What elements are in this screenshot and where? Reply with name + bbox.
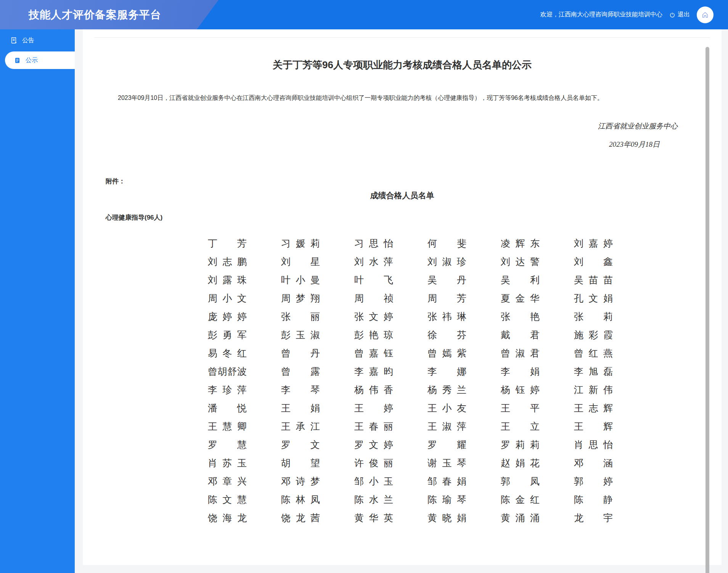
person-name: 刘星 bbox=[281, 252, 320, 271]
notice-body: 2023年09月10日，江西省就业创业服务中心在江西南大心理咨询师职业技能培训中… bbox=[106, 93, 699, 103]
scrollbar-thumb[interactable] bbox=[706, 47, 709, 573]
issue-date: 2023年09月18日 bbox=[106, 140, 660, 149]
app-title: 技能人才评价备案服务平台 bbox=[29, 8, 161, 22]
person-name: 王辉 bbox=[574, 417, 613, 435]
person-name: 饶海龙 bbox=[208, 509, 247, 527]
home-icon bbox=[701, 11, 709, 19]
person-name: 王承江 bbox=[281, 417, 320, 435]
horizontal-divider bbox=[94, 37, 710, 38]
person-name: 李旭磊 bbox=[574, 362, 613, 380]
person-name: 罗耀 bbox=[427, 435, 466, 454]
person-name: 叶小曼 bbox=[281, 271, 320, 289]
person-name: 李娟 bbox=[501, 362, 540, 380]
person-name: 施彩霞 bbox=[574, 326, 613, 344]
person-name: 邓涵 bbox=[574, 454, 613, 472]
person-name: 王小友 bbox=[427, 399, 466, 417]
person-name: 曾淑君 bbox=[501, 344, 540, 362]
person-name: 黄晓娟 bbox=[427, 509, 466, 527]
person-name: 李娜 bbox=[427, 362, 466, 380]
person-name: 曾红燕 bbox=[574, 344, 613, 362]
person-name: 陈静 bbox=[574, 490, 613, 509]
person-name: 曾露 bbox=[281, 362, 320, 380]
person-name: 吴利 bbox=[501, 271, 540, 289]
person-name: 江新伟 bbox=[574, 380, 613, 399]
notice-document: 关于丁芳等96人专项职业能力考核成绩合格人员名单的公示 2023年09月10日，… bbox=[83, 58, 722, 527]
person-name: 刘水萍 bbox=[354, 252, 393, 271]
header-right: 欢迎，江西南大心理咨询师职业技能培训中心 退出 bbox=[540, 0, 714, 29]
document-icon bbox=[14, 57, 21, 64]
attachment-label: 附件： bbox=[106, 177, 699, 186]
person-name: 郭婷 bbox=[574, 472, 613, 490]
person-name: 习思怡 bbox=[354, 234, 393, 252]
person-name: 李珍萍 bbox=[208, 380, 247, 399]
announcement-icon bbox=[10, 37, 17, 44]
person-name: 彭勇军 bbox=[208, 326, 247, 344]
person-name: 杨钰婷 bbox=[501, 380, 540, 399]
person-name: 龙宇 bbox=[574, 509, 613, 527]
person-name: 叶飞 bbox=[354, 271, 393, 289]
content-area: ← 返回 关于丁芳等96人专项职业能力考核成绩合格人员名单的公示 2023年09… bbox=[75, 0, 728, 565]
person-name: 王淑萍 bbox=[427, 417, 466, 435]
person-name: 胡望 bbox=[281, 454, 320, 472]
person-name: 王志辉 bbox=[574, 399, 613, 417]
person-name: 饶龙茜 bbox=[281, 509, 320, 527]
person-name: 刘鑫 bbox=[574, 252, 613, 271]
person-name: 张祎琳 bbox=[427, 307, 466, 326]
home-button[interactable] bbox=[697, 6, 714, 23]
person-name: 罗文 bbox=[281, 435, 320, 454]
person-name: 张文婷 bbox=[354, 307, 393, 326]
person-name: 刘淑珍 bbox=[427, 252, 466, 271]
person-name: 丁芳 bbox=[208, 234, 247, 252]
person-name: 黄华英 bbox=[354, 509, 393, 527]
person-name: 陈金红 bbox=[501, 490, 540, 509]
category-label: 心理健康指导(96人) bbox=[106, 213, 699, 222]
logout-button[interactable]: 退出 bbox=[669, 11, 690, 19]
person-name: 陈林凤 bbox=[281, 490, 320, 509]
person-name: 彭玉淑 bbox=[281, 326, 320, 344]
person-name: 李嘉昀 bbox=[354, 362, 393, 380]
person-name: 王慧卿 bbox=[208, 417, 247, 435]
person-name: 刘达警 bbox=[501, 252, 540, 271]
person-name: 徐芬 bbox=[427, 326, 466, 344]
person-name: 王婷 bbox=[354, 399, 393, 417]
signature-block: 江西省就业创业服务中心 2023年09月18日 bbox=[106, 121, 699, 149]
person-name: 肖苏玉 bbox=[208, 454, 247, 472]
person-name: 罗莉莉 bbox=[501, 435, 540, 454]
person-name: 吴丹 bbox=[427, 271, 466, 289]
sidebar: 公告 公示 bbox=[0, 29, 75, 573]
person-name: 曾嘉钰 bbox=[354, 344, 393, 362]
person-name: 刘露珠 bbox=[208, 271, 247, 289]
issuer-name: 江西省就业创业服务中心 bbox=[106, 121, 678, 131]
person-name: 戴君 bbox=[501, 326, 540, 344]
person-name: 周梦翔 bbox=[281, 289, 320, 307]
person-name: 潘悦 bbox=[208, 399, 247, 417]
person-name: 王平 bbox=[501, 399, 540, 417]
sidebar-item-announcements[interactable]: 公告 bbox=[0, 31, 75, 50]
person-name: 彭艳琼 bbox=[354, 326, 393, 344]
notice-card: ← 返回 关于丁芳等96人专项职业能力考核成绩合格人员名单的公示 2023年09… bbox=[83, 8, 722, 565]
person-name: 刘志鹏 bbox=[208, 252, 247, 271]
person-name: 赵娟花 bbox=[501, 454, 540, 472]
person-name: 罗慧 bbox=[208, 435, 247, 454]
list-title: 成绩合格人员名单 bbox=[106, 190, 699, 201]
person-name: 邓章兴 bbox=[208, 472, 247, 490]
person-name: 李琴 bbox=[281, 380, 320, 399]
person-name: 王春丽 bbox=[354, 417, 393, 435]
person-name: 邹春娟 bbox=[427, 472, 466, 490]
person-name: 凌辉东 bbox=[501, 234, 540, 252]
person-name: 王立 bbox=[501, 417, 540, 435]
person-name: 邹小玉 bbox=[354, 472, 393, 490]
person-name: 陈瑜琴 bbox=[427, 490, 466, 509]
logout-label: 退出 bbox=[678, 11, 690, 19]
person-name: 邓诗梦 bbox=[281, 472, 320, 490]
person-name: 罗文婷 bbox=[354, 435, 393, 454]
person-name: 吴苗苗 bbox=[574, 271, 613, 289]
person-name: 杨伟香 bbox=[354, 380, 393, 399]
sidebar-item-public-notice[interactable]: 公示 bbox=[5, 51, 75, 69]
person-name: 曾丹 bbox=[281, 344, 320, 362]
person-name: 陈文慧 bbox=[208, 490, 247, 509]
person-name: 曾胡舒波 bbox=[208, 362, 247, 380]
sidebar-item-label: 公示 bbox=[26, 56, 38, 64]
power-icon bbox=[669, 12, 675, 18]
person-name: 郭凤 bbox=[501, 472, 540, 490]
